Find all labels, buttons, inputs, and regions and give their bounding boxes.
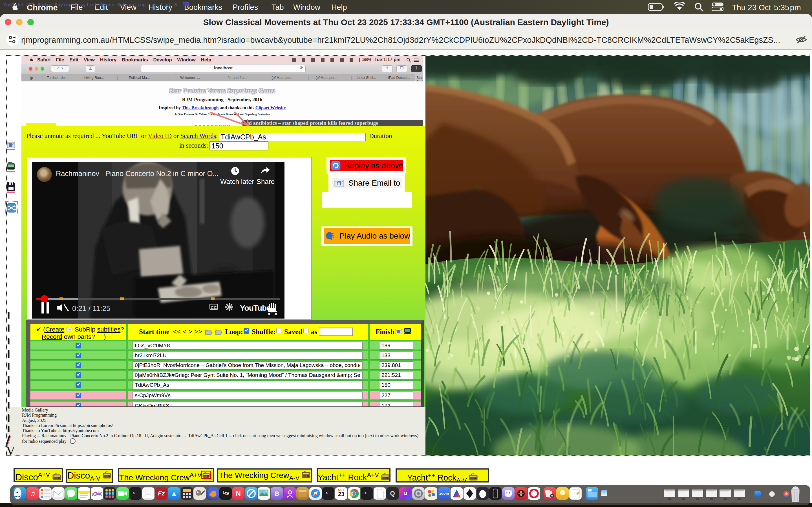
svg-text:1: 1 — [333, 166, 335, 169]
